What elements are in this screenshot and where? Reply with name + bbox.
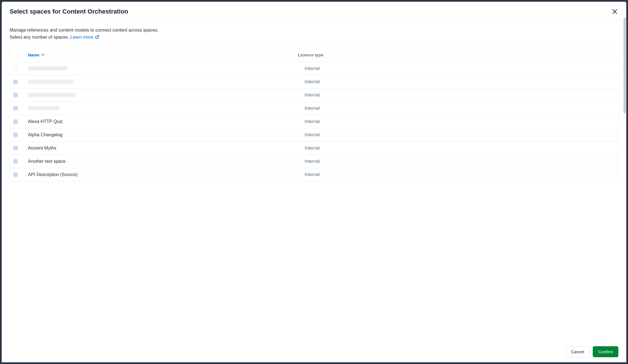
- licence-cell: Internal: [305, 132, 615, 137]
- modal-body: Manage references and content models to …: [2, 21, 626, 341]
- licence-cell: Internal: [305, 119, 615, 124]
- table-header-row: Name Licence type: [10, 48, 618, 62]
- table-row[interactable]: Alpha ChangelogInternal: [10, 128, 618, 142]
- description-line-2: Select any number of spaces.: [10, 35, 69, 40]
- cancel-button[interactable]: Cancel: [566, 346, 590, 357]
- space-name-cell: [28, 93, 305, 97]
- learn-more-label: Learn more: [70, 34, 93, 41]
- column-header-name[interactable]: Name: [28, 52, 298, 57]
- licence-cell: Internal: [305, 106, 615, 111]
- checkbox-cell: [13, 80, 28, 84]
- external-link-icon: [95, 35, 99, 39]
- table-row[interactable]: Ancient MythsInternal: [10, 142, 618, 155]
- column-header-licence-label: Licence type: [298, 52, 324, 57]
- description-line-1: Manage references and content models to …: [10, 28, 159, 32]
- licence-cell: Internal: [305, 79, 615, 84]
- redacted-placeholder: [28, 93, 76, 97]
- modal-title: Select spaces for Content Orchestration: [10, 8, 128, 15]
- licence-cell: Internal: [305, 172, 615, 177]
- space-name-cell: Another test space: [28, 159, 305, 164]
- space-name-cell: Alexa HTTP Quiz: [28, 119, 305, 124]
- space-checkbox[interactable]: [13, 80, 18, 84]
- modal-description: Manage references and content models to …: [10, 27, 618, 41]
- learn-more-link[interactable]: Learn more: [70, 34, 99, 41]
- space-name-cell: Ancient Myths: [28, 146, 305, 151]
- checkbox-cell: [13, 93, 28, 97]
- checkbox-cell: [13, 172, 28, 177]
- modal-dialog: Select spaces for Content Orchestration …: [2, 2, 626, 362]
- confirm-button[interactable]: Confirm: [593, 346, 618, 357]
- checkbox-cell: [13, 159, 28, 164]
- checkbox-cell: [13, 106, 28, 111]
- column-header-name-label: Name: [28, 52, 39, 57]
- checkbox-cell: [13, 119, 28, 124]
- space-checkbox[interactable]: [13, 159, 18, 164]
- space-name-cell: [28, 66, 305, 71]
- modal-footer: Cancel Confirm: [2, 341, 626, 362]
- table-row[interactable]: Alexa HTTP QuizInternal: [10, 115, 618, 128]
- table-row[interactable]: Internal: [10, 62, 618, 75]
- redacted-placeholder: [28, 106, 60, 110]
- space-name-cell: [28, 80, 305, 84]
- licence-cell: Internal: [305, 159, 615, 164]
- licence-cell: Internal: [305, 66, 615, 71]
- sort-asc-icon: [41, 53, 45, 56]
- space-name-cell: Alpha Changelog: [28, 132, 305, 137]
- space-name-cell: API Description (Source): [28, 172, 305, 177]
- table-row[interactable]: Internal: [10, 75, 618, 89]
- table-row[interactable]: Another test spaceInternal: [10, 155, 618, 168]
- modal-header: Select spaces for Content Orchestration: [2, 2, 626, 21]
- licence-cell: Internal: [305, 93, 615, 98]
- table-row[interactable]: Internal: [10, 102, 618, 115]
- space-checkbox[interactable]: [13, 93, 18, 97]
- space-checkbox[interactable]: [13, 106, 18, 111]
- checkbox-cell: [13, 66, 28, 71]
- space-checkbox[interactable]: [13, 133, 18, 137]
- column-header-licence[interactable]: Licence type: [298, 52, 615, 57]
- licence-cell: Internal: [305, 146, 615, 151]
- table-row[interactable]: API Description (Source)Internal: [10, 168, 618, 181]
- checkbox-cell: [13, 133, 28, 137]
- space-checkbox[interactable]: [13, 172, 18, 177]
- close-button[interactable]: [611, 8, 618, 15]
- space-checkbox[interactable]: [13, 119, 18, 124]
- close-icon: [612, 9, 617, 14]
- table-row[interactable]: Internal: [10, 89, 618, 102]
- redacted-placeholder: [28, 80, 74, 84]
- space-checkbox[interactable]: [13, 146, 18, 150]
- spaces-table: Name Licence type InternalInternalIntern…: [10, 48, 618, 181]
- space-checkbox[interactable]: [13, 66, 18, 71]
- redacted-placeholder: [28, 66, 67, 71]
- space-name-cell: [28, 106, 305, 110]
- checkbox-cell: [13, 146, 28, 150]
